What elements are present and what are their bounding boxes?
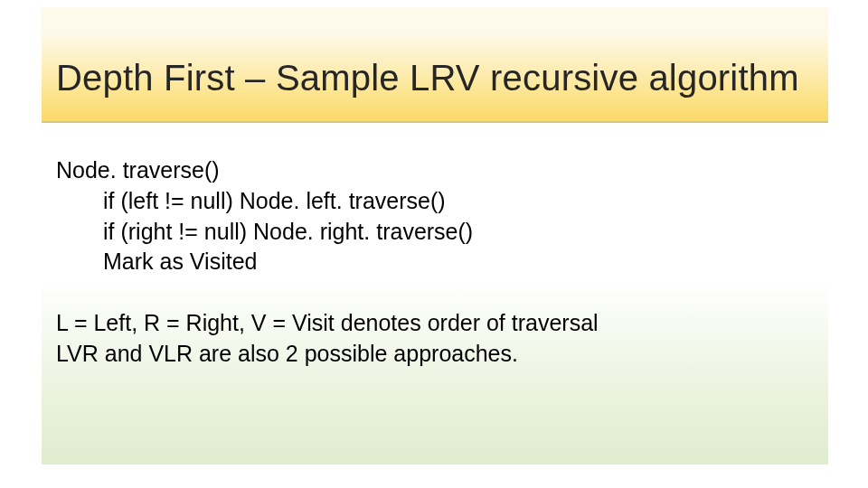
code-line-1: Node. traverse() xyxy=(56,155,810,186)
code-line-4: Mark as Visited xyxy=(56,247,810,277)
code-line-2: if (left != null) Node. left. traverse() xyxy=(56,186,810,217)
slide: Depth First – Sample LRV recursive algor… xyxy=(42,7,828,465)
notes-line-1: L = Left, R = Right, V = Visit denotes o… xyxy=(56,308,810,339)
spacer xyxy=(56,277,810,308)
notes-line-2: LVR and VLR are also 2 possible approach… xyxy=(56,339,810,370)
code-line-3: if (right != null) Node. right. traverse… xyxy=(56,217,810,248)
slide-title: Depth First – Sample LRV recursive algor… xyxy=(56,58,799,99)
title-band: Depth First – Sample LRV recursive algor… xyxy=(42,34,828,123)
slide-body: Node. traverse() if (left != null) Node.… xyxy=(56,155,810,370)
